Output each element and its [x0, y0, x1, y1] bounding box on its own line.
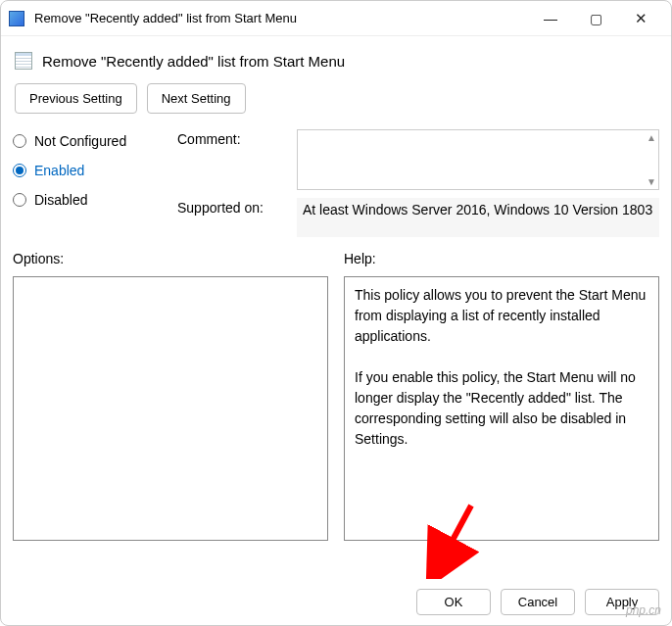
options-column: Options:	[13, 245, 328, 541]
lower-panels: Options: Help: This policy allows you to…	[13, 245, 659, 541]
options-box[interactable]	[13, 276, 328, 541]
options-label: Options:	[13, 245, 328, 276]
policy-title: Remove "Recently added" list from Start …	[42, 53, 345, 70]
state-and-fields: Not Configured Enabled Disabled Comment:…	[13, 129, 659, 237]
supported-label: Supported on:	[177, 198, 285, 216]
state-radios: Not Configured Enabled Disabled	[13, 129, 160, 208]
window-controls: — ▢ ✕	[528, 1, 663, 36]
nav-buttons: Previous Setting Next Setting	[13, 81, 659, 116]
fields-column: Comment: ▲ ▼ Supported on: At least Wind…	[177, 129, 659, 237]
radio-dot-icon	[13, 193, 26, 207]
previous-setting-button[interactable]: Previous Setting	[15, 83, 137, 114]
radio-label: Disabled	[34, 192, 87, 208]
radio-label: Not Configured	[34, 133, 126, 149]
minimize-button[interactable]: —	[528, 1, 573, 36]
titlebar: Remove "Recently added" list from Start …	[1, 1, 671, 36]
dialog-footer: OK Cancel Apply	[416, 589, 659, 615]
policy-header: Remove "Recently added" list from Start …	[13, 46, 659, 81]
help-label: Help:	[344, 245, 659, 276]
supported-row: Supported on: At least Windows Server 20…	[177, 198, 659, 237]
help-column: Help: This policy allows you to prevent …	[344, 245, 659, 541]
app-icon	[9, 11, 24, 26]
comment-row: Comment: ▲ ▼	[177, 129, 659, 190]
radio-enabled[interactable]: Enabled	[13, 163, 160, 178]
maximize-button[interactable]: ▢	[573, 1, 618, 36]
radio-dot-icon	[13, 164, 26, 177]
radio-dot-icon	[13, 134, 26, 148]
cancel-button[interactable]: Cancel	[501, 589, 575, 615]
policy-icon	[15, 52, 32, 70]
close-button[interactable]: ✕	[618, 1, 663, 36]
chevron-up-icon[interactable]: ▲	[647, 132, 656, 143]
radio-label: Enabled	[34, 163, 84, 178]
watermark: php.cn	[626, 603, 661, 617]
comment-input[interactable]: ▲ ▼	[297, 129, 659, 190]
window-title: Remove "Recently added" list from Start …	[34, 11, 528, 25]
help-box: This policy allows you to prevent the St…	[344, 276, 659, 541]
comment-label: Comment:	[177, 129, 285, 147]
radio-disabled[interactable]: Disabled	[13, 192, 160, 208]
next-setting-button[interactable]: Next Setting	[147, 83, 246, 114]
ok-button[interactable]: OK	[416, 589, 491, 615]
chevron-down-icon[interactable]: ▼	[647, 176, 656, 187]
supported-value: At least Windows Server 2016, Windows 10…	[297, 198, 659, 237]
radio-not-configured[interactable]: Not Configured	[13, 133, 160, 149]
content-area: Remove "Recently added" list from Start …	[1, 36, 671, 551]
